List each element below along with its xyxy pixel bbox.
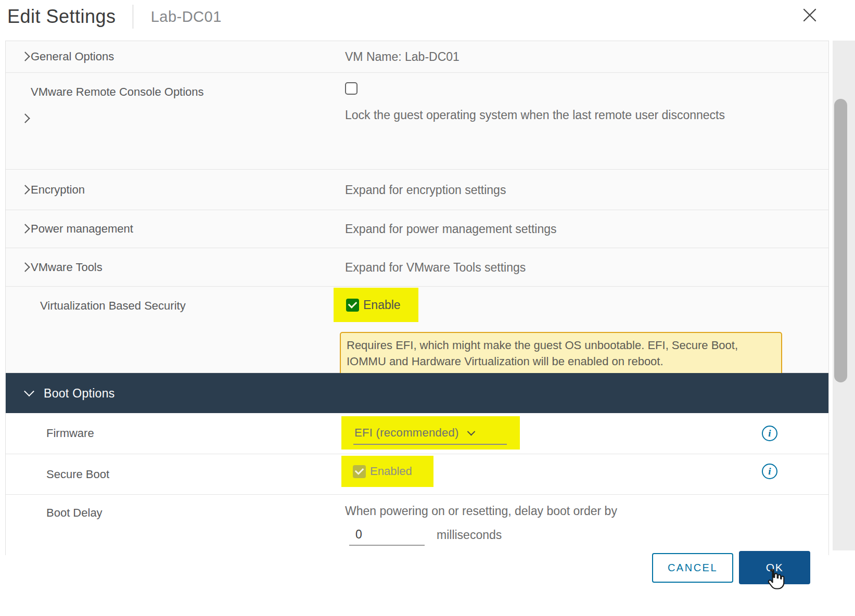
scrollbar-track[interactable] [833,41,855,550]
boot-delay-input[interactable] [349,525,425,546]
vbs-label: Virtualization Based Security [40,299,186,313]
vmware-tools-label: VMware Tools [31,261,103,274]
secure-boot-checkbox [353,465,366,478]
chevron-down-icon[interactable] [467,427,475,435]
row-virtualization-based-security: Virtualization Based Security Enable Req… [6,287,828,373]
encryption-value: Expand for encryption settings [345,183,506,197]
title-divider [133,5,133,29]
vbs-enable-checkbox[interactable] [346,299,359,312]
general-options-label: General Options [31,50,114,63]
dropdown-underline [353,444,507,445]
cancel-button[interactable]: CANCEL [652,553,733,583]
chevron-right-icon[interactable] [22,225,29,234]
secure-boot-value: Enabled [370,465,412,478]
row-firmware: Firmware EFI (recommended) i [6,413,828,454]
secure-boot-highlight: Enabled [341,456,433,487]
dialog-title: Edit Settings [7,6,116,28]
boot-delay-unit: milliseconds [437,528,502,542]
dialog-header: Edit Settings Lab-DC01 [0,0,855,33]
chevron-right-icon[interactable] [22,53,29,62]
boot-delay-description: When powering on or resetting, delay boo… [345,504,617,518]
firmware-label: Firmware [46,427,94,440]
secure-boot-info-icon[interactable]: i [762,464,777,479]
remote-console-label: VMware Remote Console Options [31,85,204,99]
row-boot-delay: Boot Delay When powering on or resetting… [6,495,828,555]
edit-settings-dialog: Edit Settings Lab-DC01 General Options V… [0,0,855,616]
firmware-highlight: EFI (recommended) [341,416,520,450]
row-vmware-tools[interactable]: VMware Tools Expand for VMware Tools set… [6,248,828,287]
power-management-label: Power management [31,222,133,236]
boot-delay-label: Boot Delay [46,506,103,520]
firmware-info-icon[interactable]: i [762,426,777,441]
chevron-right-icon[interactable] [22,186,29,195]
secure-boot-label: Secure Boot [46,468,109,481]
row-general-options[interactable]: General Options VM Name: Lab-DC01 [6,41,828,73]
firmware-dropdown[interactable]: EFI (recommended) [354,426,459,440]
vbs-enable-label: Enable [363,298,401,312]
boot-options-label: Boot Options [44,386,115,400]
row-encryption[interactable]: Encryption Expand for encryption setting… [6,170,828,210]
scrollbar-thumb[interactable] [834,99,847,382]
chevron-right-icon[interactable] [22,263,29,273]
vbs-warning-message: Requires EFI, which might make the guest… [340,332,782,376]
row-secure-boot: Secure Boot Enabled i [6,454,828,495]
remote-console-description: Lock the guest operating system when the… [345,103,725,127]
power-management-value: Expand for power management settings [345,222,557,236]
section-boot-options[interactable]: Boot Options [6,373,828,413]
ok-button[interactable]: OK [739,551,810,584]
close-icon[interactable] [801,6,819,24]
encryption-label: Encryption [31,183,85,197]
lock-guest-os-checkbox[interactable] [345,82,358,95]
chevron-down-icon[interactable] [25,389,33,399]
settings-table: General Options VM Name: Lab-DC01 VMware… [5,41,829,555]
vbs-enable-highlight: Enable [334,288,418,322]
row-remote-console-options[interactable]: VMware Remote Console Options Lock the g… [6,73,828,170]
chevron-right-icon[interactable] [22,114,29,124]
general-options-value: VM Name: Lab-DC01 [345,50,460,64]
vmware-tools-value: Expand for VMware Tools settings [345,260,526,274]
row-power-management[interactable]: Power management Expand for power manage… [6,210,828,248]
vm-name-subtitle: Lab-DC01 [151,8,222,25]
